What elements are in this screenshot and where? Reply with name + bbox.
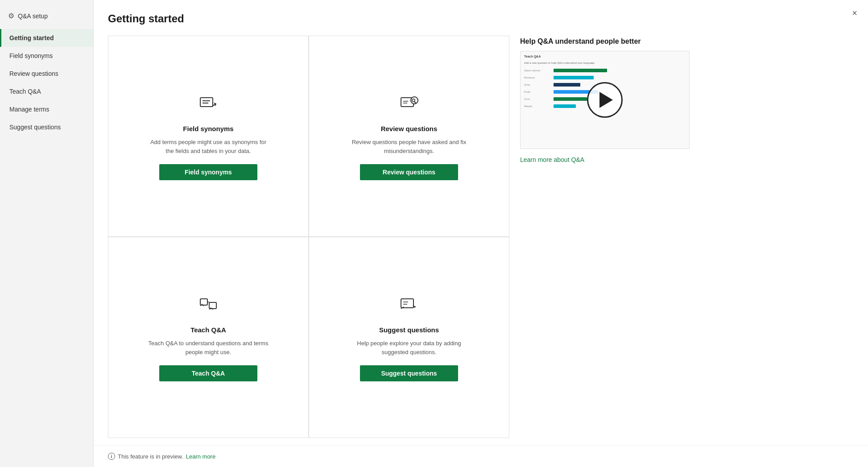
card-field-synonyms-desc: Add terms people might use as synonyms f… xyxy=(146,138,271,155)
learn-more-qa-link[interactable]: Learn more about Q&A xyxy=(520,156,690,163)
card-teach-qa: Teach Q&A Teach Q&A to understand questi… xyxy=(108,237,309,438)
card-review-questions-title: Review questions xyxy=(381,125,438,132)
svg-rect-9 xyxy=(200,299,207,305)
sidebar-item-teach-qa[interactable]: Teach Q&A xyxy=(0,83,93,100)
gear-icon: ⚙ xyxy=(8,12,14,20)
field-synonyms-icon xyxy=(198,94,218,118)
video-thumbnail[interactable]: Teach Q&A Add a new question to help Q&A… xyxy=(520,51,690,149)
right-panel-title: Help Q&A understand people better xyxy=(520,37,690,45)
content-area: Field synonyms Add terms people might us… xyxy=(94,32,868,445)
video-inner: Teach Q&A Add a new question to help Q&A… xyxy=(521,51,689,149)
main-content: × Getting started Field synonyms Add t xyxy=(94,0,868,467)
review-questions-icon xyxy=(399,94,419,118)
sidebar-app-title: Q&A setup xyxy=(18,12,48,20)
page-title: Getting started xyxy=(108,12,854,25)
sidebar: ⚙ Q&A setup Getting started Field synony… xyxy=(0,0,94,467)
sidebar-item-field-synonyms[interactable]: Field synonyms xyxy=(0,47,93,65)
footer-text: This feature is in preview. xyxy=(118,453,183,460)
card-suggest-questions-desc: Help people explore your data by adding … xyxy=(347,339,471,356)
sidebar-header: ⚙ Q&A setup xyxy=(0,7,93,29)
sidebar-item-review-questions[interactable]: Review questions xyxy=(0,65,93,83)
teach-qa-button[interactable]: Teach Q&A xyxy=(159,365,257,381)
card-field-synonyms-title: Field synonyms xyxy=(183,125,233,132)
card-suggest-questions-title: Suggest questions xyxy=(379,326,439,334)
card-teach-qa-title: Teach Q&A xyxy=(190,326,226,334)
suggest-questions-button[interactable]: Suggest questions xyxy=(360,365,458,381)
sidebar-item-getting-started[interactable]: Getting started xyxy=(0,29,93,47)
svg-rect-12 xyxy=(401,299,413,308)
close-button[interactable]: × xyxy=(852,8,857,18)
cards-grid: Field synonyms Add terms people might us… xyxy=(108,36,509,438)
main-header: Getting started xyxy=(94,0,868,32)
teach-qa-icon xyxy=(198,295,218,319)
play-triangle-icon xyxy=(599,92,613,108)
suggest-questions-icon xyxy=(399,295,419,319)
card-review-questions-desc: Review questions people have asked and f… xyxy=(347,138,471,155)
card-teach-qa-desc: Teach Q&A to understand questions and te… xyxy=(146,339,271,356)
field-synonyms-button[interactable]: Field synonyms xyxy=(159,164,257,180)
right-panel: Help Q&A understand people better Teach … xyxy=(520,36,690,438)
footer-learn-more-link[interactable]: Learn more xyxy=(186,453,215,460)
card-suggest-questions: Suggest questions Help people explore yo… xyxy=(309,237,509,438)
footer: i This feature is in preview. Learn more xyxy=(94,445,868,467)
svg-rect-0 xyxy=(200,98,213,107)
info-icon: i xyxy=(108,453,115,460)
card-review-questions: Review questions Review questions people… xyxy=(309,36,509,237)
svg-rect-10 xyxy=(209,302,216,309)
sidebar-nav: Getting started Field synonyms Review qu… xyxy=(0,29,93,136)
sidebar-item-suggest-questions[interactable]: Suggest questions xyxy=(0,118,93,136)
card-field-synonyms: Field synonyms Add terms people might us… xyxy=(108,36,309,237)
review-questions-button[interactable]: Review questions xyxy=(360,164,458,180)
sidebar-item-manage-terms[interactable]: Manage terms xyxy=(0,100,93,118)
video-play-button[interactable] xyxy=(587,82,623,118)
